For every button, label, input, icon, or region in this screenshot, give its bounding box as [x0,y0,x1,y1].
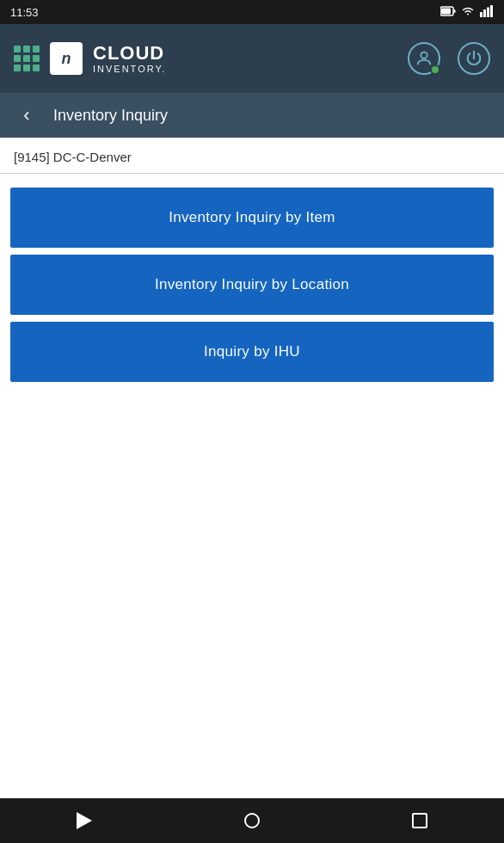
svg-rect-2 [454,9,456,13]
header-right [408,42,490,75]
home-nav-icon [244,813,260,828]
logo-text: n [62,50,71,68]
brand-cloud: CLOUD [93,44,166,63]
header-left: n CLOUD INVENTORY. [14,42,166,75]
nav-bar: ‹ Inventory Inquiry [0,93,504,138]
grid-dot [23,55,30,62]
grid-dot [14,55,21,62]
svg-rect-5 [487,7,489,17]
recent-nav-button[interactable] [398,803,441,838]
grid-dot [23,46,30,52]
svg-rect-1 [441,8,451,14]
inventory-inquiry-by-item-button[interactable]: Inventory Inquiry by Item [10,188,494,248]
grid-dot [23,65,30,71]
app-header: n CLOUD INVENTORY. [0,24,504,93]
grid-icon[interactable] [14,46,40,71]
home-nav-button[interactable] [230,803,274,838]
grid-dot [14,46,21,52]
grid-dot [14,65,21,71]
back-arrow-icon: ‹ [23,104,29,126]
status-bar: 11:53 [0,0,504,24]
logo-box: n [50,42,83,75]
buttons-section: Inventory Inquiry by Item Inventory Inqu… [0,174,504,396]
battery-icon [440,6,456,19]
signal-icon [480,5,494,20]
svg-rect-4 [483,9,486,17]
inquiry-by-ihu-button[interactable]: Inquiry by IHU [10,322,494,382]
bottom-nav [0,798,504,843]
wifi-icon [461,6,475,19]
grid-dot [33,46,40,52]
back-nav-icon [77,812,92,829]
status-icons [440,5,494,20]
brand-inventory: INVENTORY. [93,65,166,74]
inventory-inquiry-by-location-button[interactable]: Inventory Inquiry by Location [10,255,494,315]
svg-rect-3 [480,12,482,17]
grid-dot [33,55,40,62]
grid-dot [33,65,40,71]
content-area: [9145] DC-C-Denver Inventory Inquiry by … [0,138,504,396]
user-button[interactable] [408,42,440,75]
page-title: Inventory Inquiry [53,107,168,125]
location-label: [9145] DC-C-Denver [0,138,504,173]
online-status-dot [430,65,440,75]
recent-nav-icon [412,813,427,828]
back-button[interactable]: ‹ [14,102,40,128]
svg-rect-6 [490,5,493,17]
power-button[interactable] [458,42,490,75]
svg-point-7 [421,52,427,58]
back-nav-button[interactable] [63,803,106,838]
status-time: 11:53 [10,6,39,19]
brand-text: CLOUD INVENTORY. [93,44,166,74]
